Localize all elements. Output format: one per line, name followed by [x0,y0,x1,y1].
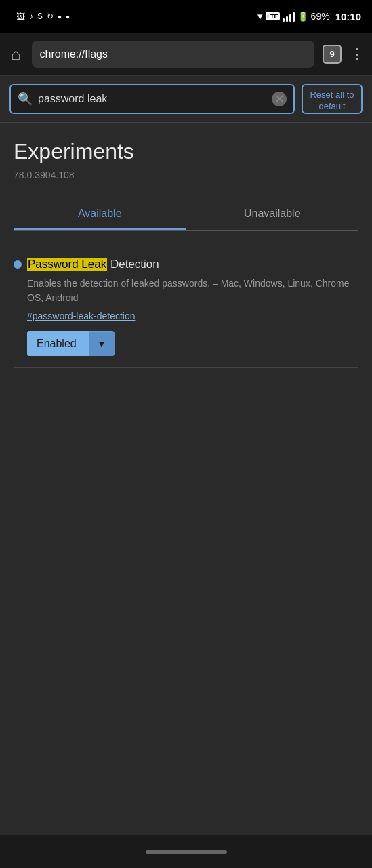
flag-description: Enables the detection of leaked password… [14,277,358,305]
select-arrow-icon: ▼ [89,332,115,356]
clear-button[interactable]: ✕ [272,92,287,106]
lte-badge: LTE [266,12,279,20]
home-button[interactable]: ⌂ [8,42,24,66]
app-icon-s: S [37,12,43,21]
address-prefix: chrome:// [40,48,85,60]
flag-select-wrapper[interactable]: Default Enabled Disabled ▼ [27,331,115,356]
version-text: 78.0.3904.108 [14,170,358,180]
flag-enabled-select[interactable]: Default Enabled Disabled [27,331,89,356]
dot-icon: ● [58,13,62,20]
address-text: chrome://flags [40,48,108,60]
search-bar-container: 🔍 ✕ Reset all todefault [0,76,372,123]
clock: 10:10 [335,11,361,22]
page-title: Experiments [14,139,358,164]
tab-count[interactable]: 9 [323,45,342,64]
nav-bar [0,835,372,868]
flag-anchor-link[interactable]: #password-leak-detection [14,311,358,321]
status-icons-right: ▾ LTE 🔋 69% 10:10 [257,10,361,22]
menu-button[interactable]: ⋮ [350,45,364,63]
signal-icon [283,11,295,22]
battery-percentage: 69% [311,11,330,22]
tab-available[interactable]: Available [14,199,186,230]
flag-title-highlight: Password Leak [27,258,107,271]
tab-unavailable-label: Unavailable [244,208,301,219]
tab-available-label: Available [78,208,122,219]
status-icons-left: 🖼 ♪ S ↻ ● ● [16,12,70,22]
flag-item-password-leak: Password Leak Detection Enables the dete… [14,247,358,368]
flag-title-rest: Detection [107,258,159,271]
status-bar: 🖼 ♪ S ↻ ● ● ▾ LTE 🔋 69% 10:10 [0,0,372,33]
gallery-icon: 🖼 [16,12,25,22]
nav-handle [146,850,227,854]
browser-toolbar: ⌂ chrome://flags 9 ⋮ [0,33,372,76]
address-bold: flags [85,48,108,60]
address-bar[interactable]: chrome://flags [32,41,315,68]
music-icon: ♪ [29,12,33,21]
search-icon: 🔍 [18,92,33,106]
flag-title: Password Leak Detection [27,258,159,271]
clear-icon: ✕ [274,92,285,106]
reset-all-button[interactable]: Reset all todefault [302,84,363,114]
sync-icon: ↻ [47,12,54,21]
flag-active-dot [14,260,22,269]
search-input-wrapper: 🔍 ✕ [9,84,295,114]
tab-unavailable[interactable]: Unavailable [186,199,359,230]
wifi-icon: ▾ [257,10,263,22]
battery-icon: 🔋 [297,12,308,22]
flag-title-row: Password Leak Detection [14,258,358,271]
search-input[interactable] [38,93,266,105]
reset-label: Reset all todefault [310,90,354,111]
tabs-row: Available Unavailable [14,199,358,231]
dot2-icon: ● [66,13,70,20]
page-content: Experiments 78.0.3904.108 Available Unav… [0,123,372,381]
